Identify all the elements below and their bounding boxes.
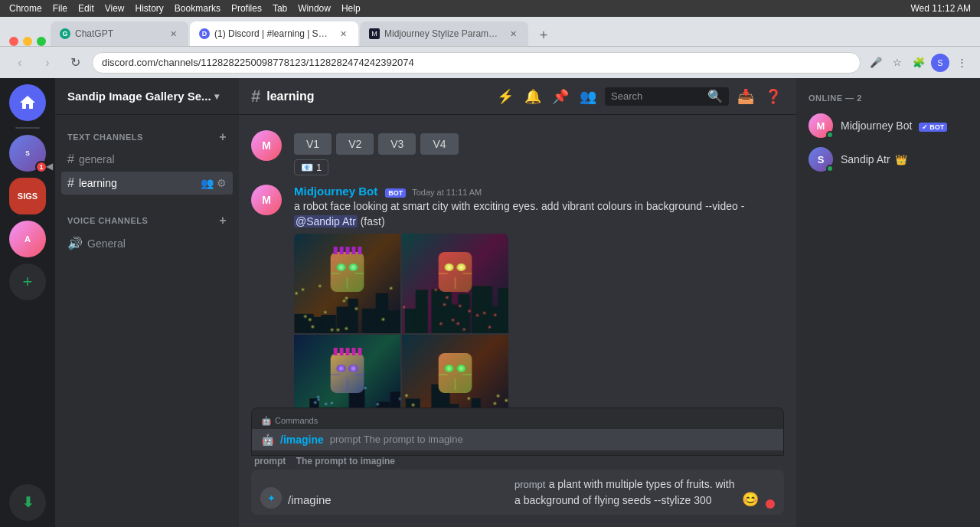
maximize-button[interactable] bbox=[37, 37, 46, 46]
channel-learning[interactable]: # learning 👥 ⚙ bbox=[61, 172, 233, 195]
chat-header-actions: ⚡ 🔔 📌 👥 🔍 📥 ❓ bbox=[495, 86, 784, 107]
tab-close-midjourney[interactable]: ✕ bbox=[507, 28, 519, 40]
menu-tab[interactable]: Tab bbox=[273, 3, 287, 14]
hash-icon: # bbox=[67, 152, 74, 166]
search-box[interactable]: 🔍 bbox=[605, 87, 729, 106]
channel-general[interactable]: # general bbox=[61, 148, 233, 171]
v1-button-1[interactable]: V1 bbox=[294, 133, 332, 155]
menu-chrome[interactable]: Chrome bbox=[9, 3, 42, 14]
member-item-sandip[interactable]: S Sandip Atr 👑 bbox=[802, 142, 974, 176]
window-controls bbox=[6, 37, 49, 46]
refresh-button[interactable]: ↻ bbox=[64, 52, 86, 74]
text-channels-section: TEXT CHANNELS + # general # learning 👥 ⚙ bbox=[55, 115, 239, 198]
channel-hash-icon: # bbox=[251, 87, 260, 106]
autocomplete-popup: 🤖 Commands 🤖 /imagine prompt The prompt … bbox=[251, 408, 784, 456]
server-icon-sigs[interactable]: SIGS bbox=[9, 178, 46, 214]
members-icon[interactable]: 👥 bbox=[577, 86, 599, 107]
app-layout: S 1 SIGS A + ⬇ Sandip Image Gallery Se..… bbox=[0, 78, 980, 527]
channel-name-learning: learning bbox=[79, 177, 117, 189]
menu-profiles[interactable]: Profiles bbox=[231, 3, 262, 14]
voice-channels-section: VOICE CHANNELS + 🔊 General bbox=[55, 198, 239, 259]
search-icon: 🔍 bbox=[707, 89, 723, 103]
minimize-button[interactable] bbox=[23, 37, 32, 46]
inbox-icon[interactable]: 📥 bbox=[735, 86, 756, 107]
collapse-arrow[interactable]: ◀ bbox=[46, 161, 53, 172]
image-cell-2[interactable] bbox=[402, 234, 508, 333]
pin-icon[interactable]: 📌 bbox=[550, 86, 571, 107]
autocomplete-desc-text: prompt The prompt to imagine bbox=[330, 434, 463, 445]
v3-button-1[interactable]: V3 bbox=[378, 133, 416, 155]
close-button[interactable] bbox=[9, 37, 18, 46]
chat-input[interactable]: /imagine bbox=[288, 492, 508, 509]
menu-edit[interactable]: Edit bbox=[78, 3, 94, 14]
menu-dots-icon[interactable]: ⋮ bbox=[952, 54, 971, 72]
member-avatar-sandip: S bbox=[808, 147, 833, 172]
channel-settings-icon[interactable]: ⚙ bbox=[217, 177, 227, 189]
email-reaction-1[interactable]: 📧 1 bbox=[294, 159, 328, 175]
mic-icon[interactable]: 🎤 bbox=[867, 54, 885, 72]
text-channels-header[interactable]: TEXT CHANNELS + bbox=[61, 127, 233, 147]
tab-midjourney[interactable]: M Midjourney Stylize Parameter ✕ bbox=[360, 21, 528, 46]
server-download-icon[interactable]: ⬇ bbox=[9, 484, 46, 521]
member-item-mjbot[interactable]: M Midjourney Bot ✓ BOT bbox=[802, 109, 974, 142]
image-cell-3[interactable] bbox=[294, 335, 400, 408]
tab-favicon-chatgpt: G bbox=[60, 28, 70, 39]
channel-members-icon: 👥 bbox=[201, 177, 214, 189]
add-voice-channel-button[interactable]: + bbox=[219, 214, 227, 227]
menu-help[interactable]: Help bbox=[341, 3, 361, 14]
autocomplete-item-imagine[interactable]: 🤖 /imagine prompt The prompt to imagine bbox=[252, 429, 783, 450]
tab-title-discord: (1) Discord | #learning | Sandi... bbox=[214, 28, 332, 39]
server-name-header[interactable]: Sandip Image Gallery Se... ▾ bbox=[55, 78, 239, 115]
emoji-picker-button[interactable]: 😊 bbox=[741, 490, 760, 509]
tab-close-chatgpt[interactable]: ✕ bbox=[167, 28, 179, 40]
server-list: S 1 SIGS A + ⬇ bbox=[0, 78, 55, 527]
bookmark-icon[interactable]: ☆ bbox=[888, 54, 906, 72]
channel-sidebar: Sandip Image Gallery Se... ▾ ◀ TEXT CHAN… bbox=[55, 78, 239, 527]
server-icon-3[interactable]: A bbox=[9, 221, 46, 257]
image-grid bbox=[294, 234, 508, 408]
tab-discord[interactable]: D (1) Discord | #learning | Sandi... ✕ bbox=[190, 21, 358, 46]
add-text-channel-button[interactable]: + bbox=[219, 130, 227, 144]
menu-window[interactable]: Window bbox=[298, 3, 331, 14]
forward-button[interactable]: › bbox=[37, 52, 58, 74]
tab-chatgpt[interactable]: G ChatGPT ✕ bbox=[51, 21, 188, 46]
message-content-1: V1 V2 V3 V4 📧 1 bbox=[294, 130, 784, 175]
menu-file[interactable]: File bbox=[53, 3, 67, 14]
v4-button-1[interactable]: V4 bbox=[420, 133, 458, 155]
voice-channels-header[interactable]: VOICE CHANNELS + bbox=[61, 211, 233, 231]
address-text: discord.com/channels/1128282250098778123… bbox=[102, 57, 414, 68]
speaker-icon: 🔊 bbox=[67, 236, 83, 250]
image-cell-4[interactable] bbox=[402, 335, 508, 408]
image-cell-1[interactable] bbox=[294, 234, 400, 333]
bell-icon[interactable]: 🔔 bbox=[522, 86, 544, 107]
back-button[interactable]: ‹ bbox=[9, 52, 31, 74]
server-icon-main[interactable]: S 1 bbox=[9, 135, 46, 172]
menu-history[interactable]: History bbox=[136, 3, 164, 14]
server-divider bbox=[15, 127, 40, 129]
v2-button-1[interactable]: V2 bbox=[336, 133, 374, 155]
voice-channel-general[interactable]: 🔊 General bbox=[61, 231, 233, 255]
action-buttons-row1-msg1: V1 V2 V3 V4 bbox=[294, 133, 784, 155]
menu-view[interactable]: View bbox=[105, 3, 125, 14]
menu-bookmarks[interactable]: Bookmarks bbox=[175, 3, 220, 14]
boost-icon[interactable]: ⚡ bbox=[495, 86, 516, 107]
server-icon-home[interactable] bbox=[9, 84, 46, 121]
text-channels-label: TEXT CHANNELS bbox=[67, 133, 143, 142]
address-bar[interactable]: discord.com/channels/1128282250098778123… bbox=[92, 52, 861, 74]
search-input[interactable] bbox=[611, 90, 703, 102]
server-add-button[interactable]: + bbox=[9, 264, 46, 300]
extension-icon[interactable]: 🧩 bbox=[910, 54, 928, 72]
bot-icon-imagine: 🤖 bbox=[261, 434, 274, 446]
bot-icon-autocomplete: 🤖 bbox=[261, 416, 272, 426]
message-header-2: Midjourney Bot BOT Today at 11:11 AM bbox=[294, 185, 784, 198]
profile-icon[interactable]: S bbox=[931, 54, 949, 72]
autocomplete-cmd-text: /imagine bbox=[280, 434, 324, 446]
tab-close-discord[interactable]: ✕ bbox=[337, 28, 349, 40]
mac-status-area: Wed 11:12 AM bbox=[911, 3, 972, 14]
new-tab-button[interactable]: + bbox=[533, 25, 554, 46]
help-circle-icon[interactable]: ❓ bbox=[763, 86, 784, 107]
autocomplete-header: 🤖 Commands bbox=[252, 413, 783, 429]
input-hint: prompt The prompt to imagine bbox=[251, 456, 784, 466]
message-author-2: Midjourney Bot bbox=[294, 185, 377, 198]
channel-learning-icons: 👥 ⚙ bbox=[201, 177, 227, 189]
